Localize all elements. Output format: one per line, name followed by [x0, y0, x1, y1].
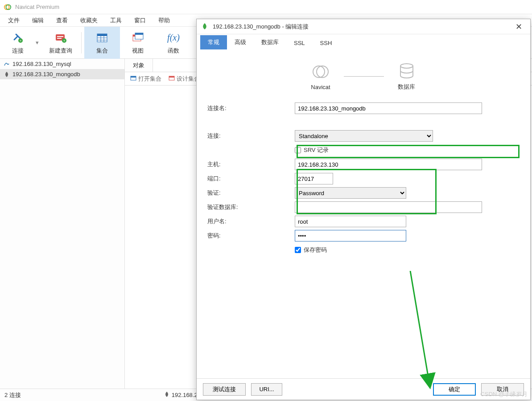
mongodb-icon — [164, 391, 170, 399]
diagram-database-label: 数据库 — [398, 83, 415, 91]
tab-ssl[interactable]: SSL — [286, 37, 313, 49]
svg-rect-18 — [135, 33, 143, 35]
input-pass[interactable] — [295, 230, 406, 241]
label-auth: 验证: — [206, 189, 295, 197]
diagram-navicat-label: Navicat — [311, 84, 330, 90]
menu-file[interactable]: 文件 — [2, 15, 26, 26]
diagram-database: 数据库 — [397, 61, 416, 91]
input-user[interactable] — [295, 216, 406, 227]
navicat-logo-icon — [4, 3, 12, 11]
toolbar-newquery[interactable]: + 新建查询 — [43, 27, 78, 59]
label-connname: 连接名: — [206, 104, 295, 112]
open-icon — [130, 75, 136, 82]
ok-button[interactable]: 确定 — [433, 383, 476, 396]
diagram-line — [344, 76, 384, 77]
toolbar-function-label: 函数 — [168, 47, 179, 55]
label-pass: 密码: — [206, 232, 295, 240]
label-savepass: 保存密码 — [304, 246, 327, 254]
dialog-body: Navicat 数据库 连接名: 连接: Standalone SRV 记录 主 — [197, 49, 530, 378]
dialog-titlebar: 192.168.23.130_mongodb - 编辑连接 ✕ — [197, 19, 530, 34]
toolbar-connect[interactable]: + 连接 — [0, 27, 36, 59]
tab-general[interactable]: 常规 — [200, 35, 227, 49]
toolbar-collection[interactable]: 集合 — [84, 27, 120, 59]
menu-tools[interactable]: 工具 — [104, 15, 128, 26]
input-port[interactable] — [295, 173, 333, 184]
input-authdb[interactable] — [295, 201, 482, 213]
cancel-button[interactable]: 取消 — [481, 383, 524, 396]
dialog-tabs: 常规 高级 数据库 SSL SSH — [197, 34, 530, 49]
design-icon — [169, 75, 175, 82]
menu-favorites[interactable]: 收藏夹 — [74, 15, 104, 26]
svg-rect-10 — [97, 34, 107, 36]
toolbar-collection-label: 集合 — [96, 47, 108, 55]
tab-ssh[interactable]: SSH — [313, 37, 340, 49]
svg-text:+: + — [63, 39, 66, 43]
test-connection-button[interactable]: 测试连接 — [203, 383, 246, 396]
dialog-footer: 测试连接 URI... 确定 取消 — [197, 378, 530, 400]
connection-item-mongodb[interactable]: 192.168.23.130_mongodb — [0, 69, 124, 79]
mysql-icon — [4, 61, 10, 67]
label-port: 端口: — [206, 175, 295, 183]
object-tab-label: 对象 — [133, 61, 144, 70]
edit-connection-dialog: 192.168.23.130_mongodb - 编辑连接 ✕ 常规 高级 数据… — [196, 19, 531, 400]
svg-rect-6 — [57, 38, 62, 39]
connection-label: 192.168.23.130_mongodb — [12, 71, 80, 78]
menu-help[interactable]: 帮助 — [152, 15, 176, 26]
checkbox-srv[interactable] — [295, 147, 301, 153]
svg-point-26 — [400, 64, 413, 68]
svg-rect-21 — [131, 76, 136, 78]
open-collection-label: 打开集合 — [138, 75, 161, 83]
tab-database[interactable]: 数据库 — [254, 35, 286, 49]
dialog-title: 192.168.23.130_mongodb - 编辑连接 — [213, 23, 512, 31]
connection-label: 192.168.23.130_mysql — [12, 61, 71, 67]
checkbox-savepass[interactable] — [295, 247, 301, 253]
connection-diagram: Navicat 数据库 — [206, 58, 521, 94]
connections-sidebar: 192.168.23.130_mysql 192.168.23.130_mong… — [0, 59, 125, 389]
connection-item-mysql[interactable]: 192.168.23.130_mysql — [0, 59, 124, 69]
toolbar-view-label: 视图 — [132, 47, 144, 55]
database-icon — [397, 61, 416, 80]
toolbar-connect-label: 连接 — [12, 47, 24, 55]
svg-text:f(x): f(x) — [167, 33, 180, 43]
status-connections: 2 连接 — [0, 391, 25, 399]
table-icon — [96, 31, 108, 45]
dropdown-caret-icon[interactable]: ▾ — [36, 39, 43, 46]
tab-advanced[interactable]: 高级 — [227, 35, 254, 49]
svg-rect-23 — [169, 76, 174, 78]
view-icon — [132, 31, 144, 45]
function-icon: f(x) — [167, 31, 180, 45]
select-auth[interactable]: Password — [295, 187, 406, 199]
close-icon[interactable]: ✕ — [512, 22, 526, 32]
input-host[interactable] — [295, 159, 482, 170]
menu-window[interactable]: 窗口 — [128, 15, 152, 26]
label-conn: 连接: — [206, 132, 295, 140]
uri-button[interactable]: URI... — [251, 383, 282, 396]
app-title: Navicat Premium — [15, 4, 59, 10]
label-authdb: 验证数据库: — [206, 203, 295, 211]
toolbar-separator — [81, 32, 82, 53]
open-collection-button[interactable]: 打开集合 — [128, 74, 164, 84]
toolbar-function[interactable]: f(x) 函数 — [156, 27, 191, 59]
label-user: 用户名: — [206, 217, 295, 225]
diagram-navicat: Navicat — [311, 62, 330, 90]
toolbar-view[interactable]: 视图 — [120, 27, 156, 59]
mongodb-icon — [4, 71, 10, 78]
label-host: 主机: — [206, 160, 295, 168]
label-srv: SRV 记录 — [304, 146, 329, 154]
newquery-icon: + — [54, 31, 67, 45]
titlebar: Navicat Premium — [0, 0, 532, 14]
select-conn[interactable]: Standalone — [295, 130, 433, 142]
object-tab[interactable]: 对象 — [125, 59, 153, 72]
svg-text:+: + — [20, 39, 22, 43]
plug-icon: + — [12, 31, 24, 45]
mongodb-dialog-icon — [201, 23, 209, 31]
menu-edit[interactable]: 编辑 — [26, 15, 50, 26]
toolbar-newquery-label: 新建查询 — [49, 47, 72, 55]
input-connname[interactable] — [295, 102, 482, 114]
menu-view[interactable]: 查看 — [50, 15, 74, 26]
svg-rect-5 — [57, 36, 63, 37]
